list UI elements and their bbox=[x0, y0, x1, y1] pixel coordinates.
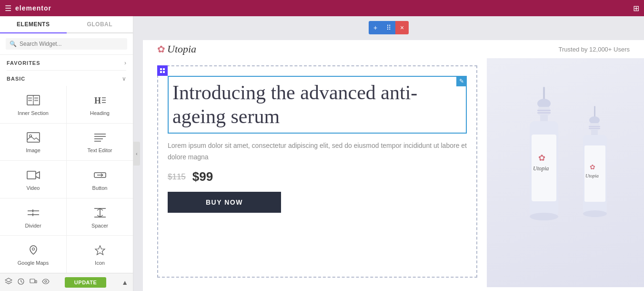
footer-arrow-icon[interactable]: ▲ bbox=[121, 279, 128, 286]
widget-item-google-maps[interactable]: Google Maps bbox=[0, 236, 66, 273]
svg-rect-35 bbox=[160, 71, 162, 73]
move-element-button[interactable]: ⠿ bbox=[382, 21, 395, 34]
tab-elements[interactable]: ELEMENTS bbox=[0, 16, 67, 33]
svg-rect-2 bbox=[28, 97, 32, 99]
main-heading: Introducing the advanced anti-ageing ser… bbox=[172, 81, 462, 129]
svg-text:✿: ✿ bbox=[590, 164, 595, 171]
widget-label-spacer: Spacer bbox=[91, 223, 108, 229]
search-wrapper: 🔍 bbox=[6, 38, 127, 50]
widget-container[interactable]: ✎ Introducing the advanced anti-ageing s… bbox=[157, 65, 477, 278]
heading-widget[interactable]: ✎ Introducing the advanced anti-ageing s… bbox=[168, 76, 467, 134]
widget-item-heading[interactable]: H Heading bbox=[67, 86, 133, 123]
widget-item-image[interactable]: Image bbox=[0, 124, 66, 161]
divider-icon bbox=[27, 208, 40, 220]
image-icon bbox=[27, 132, 40, 145]
svg-rect-3 bbox=[28, 100, 32, 101]
widget-label-inner-section: Inner Section bbox=[18, 110, 49, 116]
widget-handle[interactable] bbox=[157, 65, 168, 76]
widget-item-divider[interactable]: Divider bbox=[0, 198, 66, 236]
brand-bar: ✿ Utopia Trusted by 12,000+ Users bbox=[143, 40, 644, 58]
widget-label-video: Video bbox=[27, 185, 40, 191]
buy-now-button[interactable]: BUY NOW bbox=[168, 192, 281, 213]
heading-edit-button[interactable]: ✎ bbox=[456, 76, 467, 86]
close-element-button[interactable]: × bbox=[395, 21, 409, 34]
widget-item-button[interactable]: Button bbox=[67, 161, 133, 198]
history-icon[interactable] bbox=[17, 278, 25, 287]
widget-label-google-maps: Google Maps bbox=[18, 260, 49, 266]
svg-rect-4 bbox=[34, 97, 38, 99]
favorites-chevron-icon: › bbox=[124, 60, 126, 66]
widget-item-video[interactable]: Video bbox=[0, 161, 66, 198]
svg-rect-5 bbox=[34, 100, 38, 101]
new-price: $99 bbox=[192, 169, 213, 184]
pricing-row: $115 $99 bbox=[168, 169, 467, 184]
svg-rect-48 bbox=[594, 106, 595, 118]
trusted-text: Trusted by 12,000+ Users bbox=[559, 46, 630, 53]
button-icon bbox=[93, 170, 107, 182]
svg-text:Utopia: Utopia bbox=[533, 165, 549, 172]
brand-name: Utopia bbox=[167, 43, 196, 55]
svg-text:H: H bbox=[94, 96, 101, 105]
search-input[interactable] bbox=[20, 41, 123, 47]
star-icon bbox=[93, 245, 107, 257]
old-price: $115 bbox=[168, 172, 186, 182]
video-icon bbox=[27, 170, 40, 182]
svg-rect-16 bbox=[27, 171, 36, 179]
svg-rect-41 bbox=[537, 112, 551, 114]
svg-rect-36 bbox=[163, 71, 165, 73]
svg-rect-31 bbox=[35, 281, 37, 283]
collapse-handle[interactable]: ‹ bbox=[133, 142, 140, 166]
hamburger-icon[interactable]: ☰ bbox=[5, 4, 11, 13]
left-content: ✎ Introducing the advanced anti-ageing s… bbox=[143, 58, 487, 287]
responsive-icon[interactable] bbox=[30, 278, 37, 287]
sidebar: ELEMENTS GLOBAL 🔍 FAVORITES › BASIC ∨ bbox=[0, 16, 133, 291]
svg-marker-28 bbox=[5, 278, 12, 282]
product-images-area: ✿ Utopia bbox=[487, 58, 644, 287]
svg-point-32 bbox=[45, 281, 47, 282]
widget-item-inner-section[interactable]: Inner Section bbox=[0, 86, 66, 123]
widget-item-spacer[interactable]: Spacer bbox=[67, 198, 133, 236]
update-button[interactable]: UPDATE bbox=[65, 277, 106, 288]
search-icon: 🔍 bbox=[10, 41, 17, 47]
widget-label-icon: Icon bbox=[95, 260, 105, 266]
top-bar: ☰ elementor ⊞ bbox=[0, 0, 644, 16]
widget-item-text-editor[interactable]: Text Editor bbox=[67, 124, 133, 161]
canvas-toolbar: + ⠿ × bbox=[369, 21, 409, 34]
widget-label-image: Image bbox=[26, 147, 40, 153]
basic-section-header[interactable]: BASIC ∨ bbox=[0, 71, 133, 86]
sidebar-footer: UPDATE ▲ bbox=[0, 273, 133, 291]
elementor-logo: elementor bbox=[15, 4, 51, 12]
widget-label-text-editor: Text Editor bbox=[88, 147, 112, 153]
basic-chevron-icon: ∨ bbox=[122, 75, 126, 82]
svg-rect-42 bbox=[540, 114, 548, 122]
svg-point-47 bbox=[530, 213, 558, 220]
svg-rect-52 bbox=[589, 128, 600, 129]
body-text: Lorem ipsum dolor sit amet, consectetur … bbox=[168, 140, 467, 163]
svg-rect-53 bbox=[591, 130, 598, 135]
product-bottles: ✿ Utopia bbox=[487, 77, 644, 287]
svg-rect-34 bbox=[163, 68, 165, 70]
favorites-section-header[interactable]: FAVORITES › bbox=[0, 55, 133, 70]
widget-item-icon[interactable]: Icon bbox=[67, 236, 133, 273]
svg-point-58 bbox=[583, 210, 607, 217]
search-container: 🔍 bbox=[0, 33, 133, 55]
heading-icon: H bbox=[93, 95, 107, 107]
add-element-button[interactable]: + bbox=[369, 21, 382, 34]
canvas-area: ‹ + ⠿ × ✿ Utopia Trusted by 12,000+ User… bbox=[133, 16, 644, 291]
brand-flower-icon: ✿ bbox=[157, 43, 165, 55]
svg-rect-51 bbox=[589, 126, 600, 127]
widget-label-divider: Divider bbox=[25, 223, 41, 229]
eye-icon[interactable] bbox=[42, 278, 50, 287]
inner-section-icon bbox=[27, 95, 40, 107]
tab-global[interactable]: GLOBAL bbox=[67, 16, 133, 32]
svg-rect-10 bbox=[27, 133, 40, 142]
layers-icon[interactable] bbox=[5, 278, 12, 287]
svg-rect-40 bbox=[537, 110, 551, 111]
svg-rect-33 bbox=[160, 68, 162, 70]
canvas-page: ✿ Utopia Trusted by 12,000+ Users bbox=[143, 40, 644, 291]
favorites-label: FAVORITES bbox=[7, 60, 40, 66]
svg-point-26 bbox=[32, 248, 34, 250]
svg-text:Utopia: Utopia bbox=[585, 173, 599, 178]
grid-icon[interactable]: ⊞ bbox=[633, 4, 639, 13]
sidebar-tabs: ELEMENTS GLOBAL bbox=[0, 16, 133, 33]
